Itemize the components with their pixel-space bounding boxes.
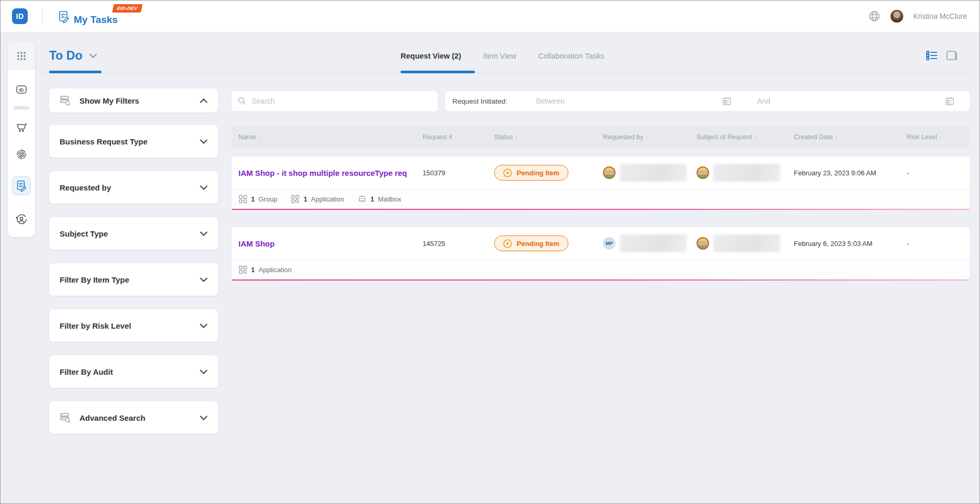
- pending-play-icon: [503, 169, 512, 177]
- filter-label: Filter By Item Type: [60, 275, 129, 284]
- filter-card-advanced-search[interactable]: Advanced Search: [49, 401, 218, 434]
- table-header-row: Name↑ Request #↑ Status↑ Requested by↑ S…: [232, 126, 970, 148]
- card-view-icon[interactable]: [946, 50, 959, 61]
- item-tag-group: 1 Group: [238, 195, 277, 204]
- requested-by-cell: MP: [596, 234, 690, 252]
- table-row[interactable]: IAM Shop - it shop multiple resourceType…: [232, 156, 970, 210]
- calendar-icon[interactable]: [945, 96, 954, 106]
- sort-asc-icon: ↑: [754, 134, 757, 140]
- column-header-request-number[interactable]: Request #↑: [416, 133, 487, 141]
- redacted-name: [620, 234, 687, 252]
- status-badge: Pending Item: [494, 165, 568, 181]
- status-cell: Pending Item: [487, 165, 596, 181]
- column-header-risk-level[interactable]: Risk Level↑: [900, 133, 970, 141]
- filter-card-business-request-type[interactable]: Business Request Type: [49, 125, 218, 158]
- row-items-summary: 1 Group 1 Application 1 Mailbox: [232, 189, 970, 209]
- view-selector[interactable]: To Do: [49, 49, 97, 63]
- status-cell: Pending Item: [487, 236, 596, 251]
- chevron-down-icon: [89, 53, 97, 58]
- status-badge: Pending Item: [494, 236, 568, 251]
- redacted-name: [713, 164, 780, 182]
- tab-item-view[interactable]: Item View: [483, 52, 516, 60]
- filter-card-audit[interactable]: Filter By Audit: [49, 355, 218, 388]
- date-to-input[interactable]: And: [757, 97, 770, 105]
- svg-text:ID: ID: [19, 87, 24, 93]
- application-icon: [291, 195, 300, 204]
- search-input[interactable]: [252, 97, 431, 105]
- fingerprint-icon[interactable]: [12, 145, 31, 164]
- page-title: My Tasks: [74, 14, 118, 26]
- filter-label: Subject Type: [60, 229, 108, 238]
- request-number: 145725: [416, 240, 487, 248]
- application-icon: [238, 265, 247, 274]
- filter-search-icon: [60, 95, 71, 106]
- tab-bar: Request View (2) Item View Collaboration…: [401, 52, 604, 60]
- user-avatar[interactable]: [890, 9, 904, 23]
- globe-icon[interactable]: [868, 10, 881, 23]
- list-view-icon[interactable]: [926, 50, 938, 61]
- filter-card-show-my-filters[interactable]: Show My Filters: [49, 88, 218, 113]
- chevron-down-icon: [200, 185, 208, 190]
- search-icon: [238, 97, 246, 105]
- left-sidebar: ID: [8, 42, 35, 237]
- request-number: 150379: [416, 169, 487, 177]
- column-header-created-date[interactable]: Created Date↑: [787, 133, 900, 141]
- filter-label: Filter By Audit: [60, 367, 113, 376]
- chevron-up-icon: [200, 98, 208, 103]
- item-tag-application: 1 Application: [238, 265, 292, 274]
- user-name[interactable]: Kristina McClure: [913, 12, 967, 20]
- avatar: [697, 237, 709, 250]
- row-items-summary: 1 Application: [232, 260, 970, 279]
- subject-cell: [690, 234, 787, 252]
- table-row[interactable]: IAM Shop 145725 Pending Item MP February: [232, 227, 970, 281]
- chevron-down-icon: [200, 416, 208, 420]
- item-tag-mailbox: 1 Mailbox: [358, 195, 401, 204]
- filter-label: Business Request Type: [60, 137, 147, 146]
- shop-cart-icon[interactable]: [12, 118, 31, 137]
- filter-card-risk-level[interactable]: Filter by Risk Level: [49, 309, 218, 342]
- filter-label: Show My Filters: [79, 96, 139, 105]
- product-logo[interactable]: ID: [12, 8, 28, 24]
- group-icon: [238, 195, 247, 204]
- redacted-nav-label: [14, 106, 29, 109]
- tab-request-view[interactable]: Request View (2): [401, 52, 461, 60]
- column-header-status[interactable]: Status↑: [487, 133, 596, 141]
- filter-card-subject-type[interactable]: Subject Type: [49, 217, 218, 250]
- pending-play-icon: [503, 239, 512, 248]
- my-tasks-nav-icon[interactable]: [12, 176, 31, 195]
- row-accent-line: [232, 209, 970, 210]
- redacted-name: [620, 164, 687, 182]
- created-date: February 23, 2023 9:06 AM: [787, 169, 900, 177]
- avatar: [697, 166, 709, 179]
- requested-by-cell: [596, 164, 690, 182]
- requests-table: Name↑ Request #↑ Status↑ Requested by↑ S…: [232, 126, 970, 281]
- request-name-link[interactable]: IAM Shop - it shop multiple resourceType…: [232, 169, 416, 177]
- my-tasks-icon: [57, 10, 71, 26]
- chevron-down-icon: [200, 139, 208, 144]
- risk-level: -: [900, 169, 970, 177]
- request-name-link[interactable]: IAM Shop: [232, 239, 416, 248]
- column-header-requested-by[interactable]: Requested by↑: [596, 133, 690, 141]
- tab-collaboration-tasks[interactable]: Collaboration Tasks: [538, 52, 604, 60]
- filter-card-requested-by[interactable]: Requested by: [49, 171, 218, 204]
- chevron-down-icon: [200, 369, 208, 374]
- filter-card-item-type[interactable]: Filter By Item Type: [49, 263, 218, 296]
- date-from-input[interactable]: Between: [536, 97, 564, 105]
- header-divider: [41, 73, 973, 73]
- column-header-subject[interactable]: Subject of Request↑: [690, 133, 787, 141]
- access-review-icon[interactable]: [12, 210, 31, 229]
- subject-cell: [690, 164, 787, 182]
- active-tab-underline: [401, 71, 475, 73]
- redacted-name: [713, 234, 780, 252]
- filter-label: Requested by: [60, 183, 111, 192]
- sort-asc-icon: ↑: [515, 134, 518, 140]
- avatar: MP: [603, 237, 616, 250]
- calendar-icon[interactable]: [722, 96, 732, 106]
- apps-grid-icon[interactable]: [8, 42, 35, 70]
- column-header-name[interactable]: Name↑: [232, 133, 416, 141]
- sort-asc-icon: ↑: [258, 134, 261, 140]
- request-initiated-filter: Request Initiated: Between And: [445, 91, 970, 111]
- chevron-down-icon: [200, 231, 208, 236]
- identity-nav-icon[interactable]: ID: [12, 80, 31, 99]
- topbar-divider: [42, 8, 43, 25]
